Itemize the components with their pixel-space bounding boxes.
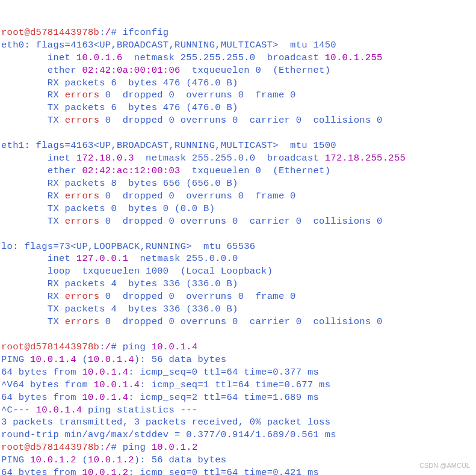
prompt-hash: # <box>111 442 122 453</box>
eth0-inet-ip: 10.0.1.6 <box>76 52 123 63</box>
eth0-rx-packets: RX packets 6 bytes 476 (476.0 B) <box>1 78 238 88</box>
ping1-r2-pre: ^V64 bytes from <box>1 379 94 390</box>
ping1-summary2: round-trip min/avg/max/stddev = 0.377/0.… <box>1 429 336 440</box>
eth0-ether-pre: ether <box>1 65 82 76</box>
eth1-ether-pre: ether <box>1 165 82 176</box>
ping2-head-pre: PING <box>1 455 30 465</box>
ping1-summary1: 3 packets transmitted, 3 packets receive… <box>1 417 330 428</box>
ping1-stats-post: ping statistics --- <box>82 405 197 415</box>
ping1-stats-pre: ^C--- <box>1 405 36 415</box>
eth1-ether-post: txqueuelen 0 (Ethernet) <box>181 165 331 176</box>
cmd-ping1: ping <box>123 342 152 352</box>
prompt-host: root@d5781443978b <box>1 442 99 453</box>
ping1-head-post: ): 56 data bytes <box>134 354 227 365</box>
lo-inet-post: netmask 255.0.0.0 <box>128 253 238 264</box>
ping1-head-ip1: 10.0.1.4 <box>30 354 76 365</box>
eth1-rx-err: errors <box>65 191 100 201</box>
eth0-rx-err-pre: RX <box>1 90 65 100</box>
eth1-tx-err: errors <box>65 216 100 227</box>
ping1-head-ip2: 10.0.1.4 <box>88 354 134 365</box>
eth0-inet-mid: netmask 255.255.255.0 broadcast <box>123 52 325 63</box>
eth1-inet-ip: 172.18.0.3 <box>76 153 134 164</box>
prompt-path: / <box>105 342 111 352</box>
prompt-path: / <box>105 442 111 453</box>
prompt-host: root@d5781443978b <box>1 342 99 352</box>
eth0-ether-mac: 02:42:0a:00:01:06 <box>82 65 180 76</box>
watermark: CSDN @AMCUL <box>419 461 470 470</box>
lo-inet-pre: inet <box>1 253 76 264</box>
lo-rx-err: errors <box>65 291 100 302</box>
prompt-host: root@d5781443978b <box>1 27 99 38</box>
ping2-head-paren: ( <box>76 455 88 465</box>
lo-rx-err-post: 0 dropped 0 overruns 0 frame 0 <box>99 291 295 302</box>
eth0-tx-err: errors <box>65 115 100 126</box>
lo-inet-ip: 127.0.0.1 <box>76 253 128 264</box>
eth1-rx-packets: RX packets 8 bytes 656 (656.0 B) <box>1 178 238 189</box>
ping2-r1-ip: 10.0.1.2 <box>82 467 128 475</box>
eth1-tx-packets: TX packets 0 bytes 0 (0.0 B) <box>1 203 215 214</box>
eth0-flags: eth0: flags=4163<UP,BROADCAST,RUNNING,MU… <box>1 40 336 51</box>
eth0-tx-err-post: 0 dropped 0 overruns 0 carrier 0 collisi… <box>99 115 382 126</box>
ping2-r1-post: : icmp_seq=0 ttl=64 time=0.421 ms <box>128 467 319 475</box>
cmd-ping2: ping <box>123 442 152 453</box>
ping1-r2-post: : icmp_seq=1 ttl=64 time=0.677 ms <box>140 379 330 390</box>
lo-tx-err-pre: TX <box>1 316 65 327</box>
lo-tx-packets: TX packets 4 bytes 336 (336.0 B) <box>1 304 238 314</box>
eth0-rx-err-post: 0 dropped 0 overruns 0 frame 0 <box>99 90 295 100</box>
prompt-colon: : <box>99 442 105 453</box>
prompt-colon: : <box>99 342 105 352</box>
eth0-ether-post: txqueuelen 0 (Ethernet) <box>181 65 331 76</box>
terminal-output: root@d5781443978b:/# ifconfig eth0: flag… <box>1 26 475 475</box>
prompt-colon: : <box>99 27 105 38</box>
ping1-r3-ip: 10.0.1.4 <box>82 392 128 403</box>
eth1-tx-err-post: 0 dropped 0 overruns 0 carrier 0 collisi… <box>99 216 382 227</box>
eth0-inet-bcast: 10.0.1.255 <box>325 52 383 63</box>
ping1-r1-post: : icmp_seq=0 ttl=64 time=0.377 ms <box>128 367 319 378</box>
eth1-flags: eth1: flags=4163<UP,BROADCAST,RUNNING,MU… <box>1 140 336 151</box>
ping1-r2-ip: 10.0.1.4 <box>94 379 140 390</box>
eth1-tx-err-pre: TX <box>1 216 65 227</box>
ping1-r1-pre: 64 bytes from <box>1 367 82 378</box>
prompt-hash: # <box>111 27 122 38</box>
eth1-inet-pre: inet <box>1 153 76 164</box>
lo-loop: loop txqueuelen 1000 (Local Loopback) <box>1 266 273 277</box>
cmd-ping1-ip: 10.0.1.4 <box>152 342 198 352</box>
eth0-tx-err-pre: TX <box>1 115 65 126</box>
eth1-inet-bcast: 172.18.255.255 <box>325 153 406 164</box>
ping1-head-pre: PING <box>1 354 30 365</box>
eth0-tx-packets: TX packets 6 bytes 476 (476.0 B) <box>1 102 238 113</box>
ping1-r3-post: : icmp_seq=2 ttl=64 time=1.689 ms <box>128 392 319 403</box>
eth0-inet-pre: inet <box>1 52 76 63</box>
prompt-hash: # <box>111 342 122 352</box>
ping1-stats-ip: 10.0.1.4 <box>36 405 82 415</box>
ping1-r1-ip: 10.0.1.4 <box>82 367 128 378</box>
eth1-rx-err-post: 0 dropped 0 overruns 0 frame 0 <box>99 191 295 201</box>
ping1-head-paren: ( <box>76 354 88 365</box>
cmd-ifconfig: ifconfig <box>123 27 169 38</box>
eth0-rx-err: errors <box>65 90 100 100</box>
ping2-head-ip1: 10.0.1.2 <box>30 455 76 465</box>
lo-flags: lo: flags=73<UP,LOOPBACK,RUNNING> mtu 65… <box>1 241 255 252</box>
eth1-inet-mid: netmask 255.255.0.0 broadcast <box>134 153 325 164</box>
cmd-ping2-ip: 10.0.1.2 <box>152 442 198 453</box>
lo-rx-packets: RX packets 4 bytes 336 (336.0 B) <box>1 278 238 289</box>
ping2-r1-pre: 64 bytes from <box>1 467 82 475</box>
ping1-r3-pre: 64 bytes from <box>1 392 82 403</box>
prompt-path: / <box>105 27 111 38</box>
lo-tx-err-post: 0 dropped 0 overruns 0 carrier 0 collisi… <box>99 316 382 327</box>
eth1-rx-err-pre: RX <box>1 191 65 201</box>
ping2-head-post: ): 56 data bytes <box>134 455 227 465</box>
lo-rx-err-pre: RX <box>1 291 65 302</box>
ping2-head-ip2: 10.0.1.2 <box>88 455 134 465</box>
eth1-ether-mac: 02:42:ac:12:00:03 <box>82 165 180 176</box>
lo-tx-err: errors <box>65 316 100 327</box>
